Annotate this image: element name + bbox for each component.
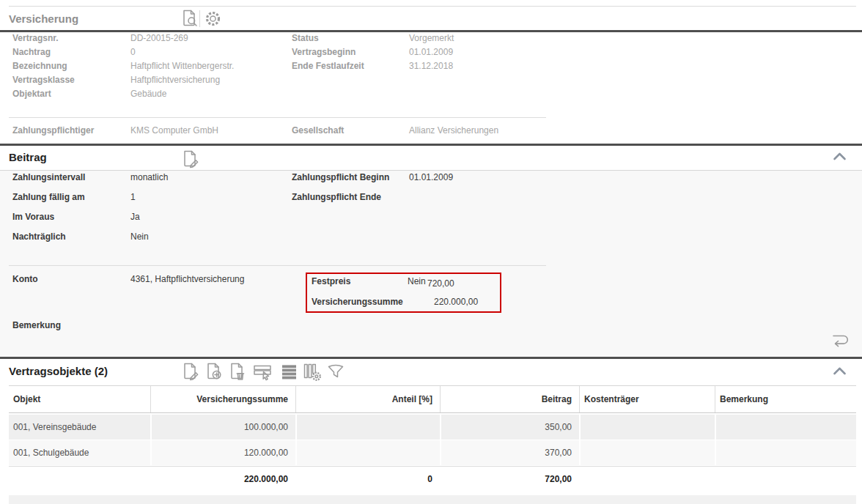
field-group-divider	[9, 265, 546, 266]
collapse-beitrag-button[interactable]	[833, 152, 847, 160]
field-label: Gesellschaft	[292, 125, 344, 136]
column-settings-button[interactable]	[302, 362, 322, 382]
field-value: 220.000,00	[434, 297, 478, 307]
field-label: Nachtrag	[12, 47, 51, 57]
beitrag-content-background	[0, 171, 862, 357]
field-value: Nein	[130, 231, 149, 242]
cell-kostentraeger	[579, 415, 715, 440]
rows-view-icon	[280, 363, 298, 381]
field-value: Ja	[130, 212, 140, 222]
delete-object-button[interactable]	[227, 362, 246, 381]
cell-anteil	[295, 415, 440, 440]
column-header-objekt[interactable]: Objekt	[9, 386, 150, 412]
edit-object-button[interactable]	[180, 362, 199, 381]
chevron-up-icon	[833, 152, 847, 160]
delete-document-icon	[227, 362, 246, 381]
column-header-bemerkung[interactable]: Bemerkung	[715, 386, 856, 412]
top-divider	[9, 6, 856, 7]
field-value: 01.01.2009	[409, 172, 453, 182]
section-title-versicherung: Versicherung	[9, 12, 78, 25]
column-header-kostentraeger[interactable]: Kostenträger	[579, 386, 715, 412]
total-versicherungssumme: 220.000,00	[150, 469, 295, 489]
table-header-row: Objekt Versicherungssumme Anteil [%] Bei…	[9, 386, 856, 413]
field-label: Zahlungspflichtiger	[12, 125, 94, 136]
insurance-detail-page: Versicherung Vertragsnr. DD-20015-269 Na…	[0, 0, 862, 504]
field-value: Haftpflichtversicherung	[130, 75, 220, 85]
table-row[interactable]: 001, Schulgebäude 120.000,00 370,00	[9, 440, 856, 465]
document-preview-button[interactable]	[180, 9, 199, 28]
settings-gear-icon	[204, 10, 222, 28]
field-label: Bezeichnung	[12, 61, 67, 71]
settings-button[interactable]	[204, 10, 222, 28]
column-header-versicherungssumme[interactable]: Versicherungssumme	[150, 386, 295, 412]
field-label: Im Voraus	[12, 212, 54, 222]
field-value: 31.12.2018	[409, 61, 453, 71]
section-divider	[0, 144, 862, 146]
edit-document-icon	[180, 149, 199, 168]
section-divider	[0, 30, 862, 32]
field-label: Bemerkung	[12, 320, 61, 330]
field-value: Allianz Versicherungen	[409, 125, 498, 136]
field-label: Ende Festlaufzeit	[292, 61, 364, 71]
field-value: 720,00	[427, 278, 454, 289]
field-value: 1	[130, 192, 136, 202]
cell-kostentraeger	[579, 440, 715, 465]
totals-divider	[9, 466, 856, 467]
edit-document-icon	[180, 362, 199, 381]
field-value: 0	[130, 47, 136, 57]
field-value: monatlich	[130, 172, 168, 182]
field-label: Vertragsbeginn	[292, 47, 356, 57]
cell-objekt: 001, Vereinsgebäude	[9, 415, 150, 440]
add-object-button[interactable]	[204, 362, 223, 381]
status-value: Vorgemerkt	[409, 33, 454, 43]
field-value: Haftpflicht Wittenbergerstr.	[130, 61, 234, 71]
field-label: Festpreis	[312, 276, 350, 286]
bottom-strip	[9, 495, 856, 504]
toolbar-divider	[199, 10, 200, 27]
field-label: Vertragsklasse	[12, 75, 75, 85]
section-title-beitrag: Beitrag	[9, 151, 47, 163]
cell-bemerkung	[715, 415, 856, 440]
cell-anteil	[295, 440, 440, 465]
filter-funnel-icon	[326, 362, 345, 381]
rows-view-button[interactable]	[280, 363, 298, 381]
field-value: Nein	[408, 276, 426, 286]
field-label: Zahlungspflicht Ende	[292, 192, 381, 202]
total-beitrag: 720,00	[440, 469, 579, 489]
field-value: DD-20015-269	[130, 33, 188, 43]
cell-beitrag: 370,00	[440, 440, 579, 465]
field-label: Objektart	[12, 89, 51, 99]
edit-beitrag-button[interactable]	[180, 149, 199, 168]
field-label: Konto	[12, 274, 38, 284]
field-label: Versicherungssumme	[312, 297, 403, 307]
table-row[interactable]: 001, Vereinsgebäude 100.000,00 350,00	[9, 415, 856, 440]
add-document-icon	[204, 362, 223, 381]
field-label: Status	[292, 33, 319, 43]
cell-versicherungssumme: 100.000,00	[150, 415, 295, 440]
total-anteil: 0	[295, 469, 440, 489]
select-rows-icon	[252, 363, 273, 382]
field-label: Zahlungspflicht Beginn	[292, 172, 389, 182]
cell-beitrag: 350,00	[440, 415, 579, 440]
section-title-vertragsobjekte: Vertragsobjekte (2)	[9, 365, 108, 377]
document-preview-icon	[180, 9, 199, 28]
filter-button[interactable]	[326, 362, 345, 381]
return-button[interactable]	[828, 332, 850, 348]
field-value: KMS Computer GmbH	[130, 125, 218, 136]
select-rows-button[interactable]	[252, 363, 273, 382]
field-label: Vertragsnr.	[12, 33, 59, 43]
field-value: Gebäude	[130, 89, 166, 99]
field-value: 01.01.2009	[409, 47, 453, 57]
column-header-beitrag[interactable]: Beitrag	[440, 386, 579, 412]
chevron-up-icon	[833, 366, 847, 375]
field-label: Zahlungsintervall	[12, 172, 85, 182]
cell-objekt: 001, Schulgebäude	[9, 440, 150, 465]
collapse-vertragsobjekte-button[interactable]	[833, 366, 847, 375]
cell-versicherungssumme: 120.000,00	[150, 440, 295, 465]
field-label: Zahlung fällig am	[12, 192, 85, 202]
column-header-anteil[interactable]: Anteil [%]	[295, 386, 440, 412]
cell-bemerkung	[715, 440, 856, 465]
field-group-divider	[9, 117, 546, 118]
return-arrow-icon	[828, 332, 850, 348]
field-label: Nachträglich	[12, 231, 66, 242]
